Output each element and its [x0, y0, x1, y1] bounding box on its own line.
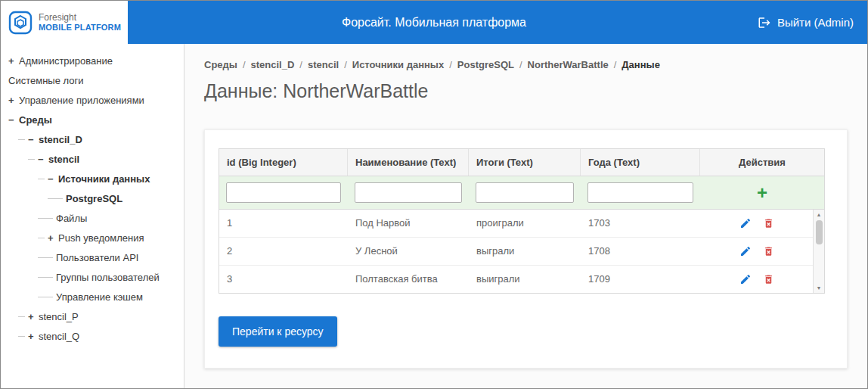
collapse-icon[interactable]: −	[38, 154, 48, 165]
sidebar-item[interactable]: −Источники данных	[1, 169, 184, 188]
delete-icon[interactable]	[763, 245, 774, 257]
logo-title: Foresight	[39, 12, 121, 23]
table-cell: У Лесной	[348, 238, 469, 265]
sidebar-item[interactable]: Файлы	[1, 208, 184, 228]
data-table: id (Big Integer)Наименование (Text)Итоги…	[219, 148, 825, 294]
tree-connector	[38, 179, 45, 179]
app-title: Форсайт. Мобильная платформа	[1, 16, 867, 30]
tree-connector	[38, 238, 45, 238]
breadcrumb-separator: /	[243, 59, 246, 70]
add-row-button[interactable]: +	[707, 184, 817, 202]
expand-icon[interactable]: +	[8, 95, 19, 106]
table-row: 2У Леснойвыграли1708	[219, 238, 813, 266]
sidebar-item[interactable]: Пользователи API	[1, 247, 184, 267]
tree-connector	[18, 316, 25, 317]
table-cell: 1703	[581, 210, 700, 237]
breadcrumb-item[interactable]: stencil	[308, 59, 339, 70]
page-title: Данные: NortherWarBattle	[204, 80, 848, 102]
table-cell: выграли	[469, 238, 581, 265]
logout-label: Выйти (Admin)	[777, 16, 854, 29]
sidebar-item[interactable]: Управление кэшем	[1, 287, 184, 307]
row-actions	[700, 238, 813, 265]
tree-connector	[48, 198, 63, 199]
expand-icon[interactable]: +	[28, 331, 39, 342]
filter-input-col0[interactable]	[226, 182, 341, 203]
column-header[interactable]: Года (Text)	[581, 149, 700, 176]
table-scrollbar[interactable]: ▲ ▼	[813, 210, 824, 293]
logout-button[interactable]: Выйти (Admin)	[758, 16, 867, 30]
logo[interactable]: Foresight MOBILE PLATFORM	[1, 1, 128, 44]
delete-icon[interactable]	[763, 273, 774, 285]
expand-icon[interactable]: +	[8, 55, 19, 67]
collapse-icon[interactable]: −	[28, 134, 39, 145]
filter-cell	[581, 181, 700, 204]
content-area: +АдминистрированиеСистемные логи+Управле…	[1, 44, 867, 388]
sidebar-item[interactable]: +stencil_Q	[1, 326, 184, 346]
column-header[interactable]: Действия	[700, 149, 824, 176]
breadcrumb-item[interactable]: Среды	[204, 59, 237, 70]
sidebar-item[interactable]: Системные логи	[1, 70, 184, 90]
sidebar-item[interactable]: +Управление приложениями	[1, 90, 184, 110]
edit-icon[interactable]	[739, 217, 752, 229]
sidebar-item[interactable]: −stencil	[1, 149, 184, 169]
table-row: 1Под Нарвойпроиграли1703	[219, 210, 813, 238]
tree-connector	[38, 277, 53, 278]
sidebar-item[interactable]: Группы пользователей	[1, 267, 184, 287]
main-content: Среды/stencil_D/stencil/Источники данных…	[184, 44, 867, 388]
scrollbar-thumb[interactable]	[816, 220, 823, 244]
sidebar-item[interactable]: +stencil_P	[1, 307, 184, 326]
table-cell: 1709	[581, 266, 700, 293]
table-cell: выиграли	[469, 266, 581, 293]
filter-input-col2[interactable]	[476, 182, 574, 203]
breadcrumb-item: Данные	[622, 59, 660, 70]
sidebar-item-label: Пользователи API	[56, 252, 138, 263]
sidebar-item-label: Источники данных	[58, 173, 150, 185]
column-header[interactable]: id (Big Integer)	[219, 149, 348, 176]
table-row: 3Полтавская битвавыиграли1709	[219, 266, 813, 293]
delete-icon[interactable]	[763, 217, 774, 229]
scroll-down-icon[interactable]: ▼	[817, 285, 822, 291]
table-cell: 1	[219, 210, 348, 237]
expand-icon[interactable]: +	[28, 311, 39, 322]
breadcrumb-item[interactable]: Источники данных	[352, 59, 444, 70]
collapse-icon[interactable]: −	[8, 114, 19, 126]
sidebar-item[interactable]: −stencil_D	[1, 129, 184, 149]
table-cell: 1708	[581, 238, 700, 265]
breadcrumb-item[interactable]: PostgreSQL	[457, 59, 514, 70]
sidebar-item-label: Файлы	[56, 213, 87, 224]
sidebar-item-label: PostgreSQL	[66, 193, 122, 204]
sidebar-item[interactable]: −Среды	[1, 110, 184, 129]
top-bar: Foresight MOBILE PLATFORM Форсайт. Мобил…	[1, 1, 867, 44]
go-to-resource-button[interactable]: Перейти к ресурсу	[219, 316, 337, 347]
column-header[interactable]: Итоги (Text)	[469, 149, 581, 176]
filter-input-col1[interactable]	[355, 182, 462, 203]
breadcrumb-separator: /	[449, 59, 452, 70]
logout-icon	[758, 16, 771, 30]
column-header[interactable]: Наименование (Text)	[348, 149, 469, 176]
table-filter-row: +	[219, 176, 824, 210]
sidebar-item[interactable]: PostgreSQL	[1, 188, 184, 208]
sidebar-tree: +АдминистрированиеСистемные логи+Управле…	[1, 51, 184, 346]
sidebar-item-label: Управление кэшем	[56, 291, 143, 303]
breadcrumb-item[interactable]: NortherWarBattle	[528, 59, 609, 70]
sidebar-item[interactable]: +Администрирование	[1, 51, 184, 70]
row-actions	[700, 210, 813, 237]
edit-icon[interactable]	[739, 273, 752, 285]
breadcrumb-separator: /	[519, 59, 522, 70]
sidebar-item-label: stencil	[48, 154, 79, 165]
edit-icon[interactable]	[739, 245, 752, 257]
table-cell: Полтавская битва	[348, 266, 469, 293]
breadcrumb-item[interactable]: stencil_D	[251, 59, 295, 70]
filter-input-col3[interactable]	[587, 182, 693, 203]
sidebar-item[interactable]: +Push уведомления	[1, 228, 184, 247]
expand-icon[interactable]: +	[48, 232, 58, 244]
sidebar-item-label: Управление приложениями	[19, 95, 144, 106]
scroll-up-icon[interactable]: ▲	[817, 211, 822, 218]
tree-connector	[18, 336, 25, 337]
tree-connector	[38, 257, 53, 258]
breadcrumb: Среды/stencil_D/stencil/Источники данных…	[204, 59, 848, 70]
breadcrumb-separator: /	[299, 59, 302, 70]
table-header-row: id (Big Integer)Наименование (Text)Итоги…	[219, 149, 824, 176]
tree-connector	[18, 139, 25, 140]
collapse-icon[interactable]: −	[48, 173, 58, 185]
